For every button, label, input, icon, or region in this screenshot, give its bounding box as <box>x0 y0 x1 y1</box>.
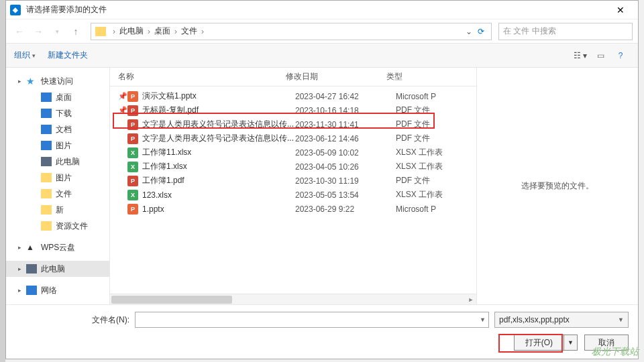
pdf-icon: P <box>127 176 138 186</box>
file-type: Microsoft P <box>396 204 476 214</box>
xls-icon: X <box>127 162 138 172</box>
forward-button[interactable]: → <box>30 23 46 40</box>
file-list: 名称 修改日期 类型 📌P演示文稿1.pptx2023-04-27 16:42M… <box>110 68 477 304</box>
col-type[interactable]: 类型 <box>386 71 467 82</box>
pin-icon: 📌 <box>118 92 127 101</box>
app-icon: ◆ <box>10 5 21 15</box>
file-type: XLSX 工作表 <box>396 189 476 200</box>
column-headers: 名称 修改日期 类型 <box>110 68 476 86</box>
crumb-desktop[interactable]: 桌面 <box>153 25 172 37</box>
sidebar-thispc-sub[interactable]: ▸此电脑 <box>6 154 109 170</box>
file-name: 演示文稿1.pptx <box>142 90 295 102</box>
folder-icon <box>95 27 106 36</box>
new-folder-button[interactable]: 新建文件夹 <box>48 50 88 61</box>
sidebar-network[interactable]: ▸网络 <box>6 282 109 298</box>
sidebar-wps[interactable]: ▸▲WPS云盘 <box>6 239 109 255</box>
sidebar-new[interactable]: ▸新 <box>6 202 109 218</box>
scroll-right-icon[interactable]: ► <box>466 294 476 305</box>
pdf-icon: P <box>127 105 138 116</box>
sidebar-pictures2[interactable]: ▸图片 <box>6 170 109 186</box>
sidebar-downloads[interactable]: ▸下载 <box>6 105 109 121</box>
file-name: 无标题-复制.pdf <box>142 105 295 116</box>
search-placeholder: 在 文件 中搜索 <box>503 25 556 37</box>
crumb-folder[interactable]: 文件 <box>180 25 199 37</box>
chevron-down-icon[interactable]: ▼ <box>618 316 624 323</box>
file-type: PDF 文件 <box>396 105 476 116</box>
sidebar-pictures[interactable]: ▸图片 <box>6 137 109 154</box>
scrollbar-horizontal[interactable]: ◄ ► <box>110 294 476 304</box>
breadcrumb[interactable]: › 此电脑 › 桌面 › 文件 › ⌄ ⟳ <box>91 23 492 40</box>
view-list-button[interactable]: ☷ ▾ <box>571 48 590 63</box>
file-type: XLSX 工作表 <box>396 161 476 172</box>
titlebar: ◆ 请选择需要添加的文件 ✕ <box>6 1 638 19</box>
watermark: 极光下载站 <box>592 346 639 358</box>
table-row[interactable]: X工作簿11.xlsx2023-05-09 10:02XLSX 工作表 <box>110 145 476 160</box>
preview-pane: 选择要预览的文件。 <box>477 68 638 304</box>
table-row[interactable]: X123.xlsx2023-05-05 13:54XLSX 工作表 <box>110 188 476 202</box>
sidebar-documents[interactable]: ▸文档 <box>6 121 109 137</box>
navbar: ← → ▾ ↑ › 此电脑 › 桌面 › 文件 › ⌄ ⟳ 在 文件 中搜索 <box>6 19 638 44</box>
help-button[interactable]: ? <box>611 48 630 63</box>
open-split-dropdown[interactable]: ▼ <box>564 335 577 350</box>
file-date: 2023-10-16 14:18 <box>295 106 396 115</box>
sidebar-desktop[interactable]: ▸桌面 <box>6 89 109 105</box>
refresh-button[interactable]: ⟳ <box>475 27 487 36</box>
file-date: 2023-11-30 11:41 <box>295 120 396 129</box>
file-name: 123.xlsx <box>142 190 295 200</box>
ppt-icon: P <box>127 204 138 215</box>
file-type: Microsoft P <box>396 92 476 101</box>
file-type: PDF 文件 <box>396 119 476 130</box>
col-name[interactable]: 名称 <box>118 71 286 82</box>
recent-dropdown[interactable]: ▾ <box>49 23 65 40</box>
ppt-icon: P <box>127 91 138 102</box>
sidebar-files[interactable]: ▸文件 <box>6 186 109 202</box>
table-row[interactable]: X工作簿1.xlsx2023-04-05 10:26XLSX 工作表 <box>110 160 476 174</box>
chevron-down-icon[interactable]: ▼ <box>480 316 486 323</box>
table-row[interactable]: P工作簿1.pdf2023-10-30 11:19PDF 文件 <box>110 174 476 188</box>
filename-input[interactable]: ▼ <box>135 312 489 328</box>
scroll-thumb[interactable] <box>111 296 232 304</box>
file-date: 2023-06-12 14:46 <box>295 134 396 143</box>
file-date: 2023-05-09 10:02 <box>295 148 396 158</box>
file-name: 工作簿1.xlsx <box>142 161 295 172</box>
xls-icon: X <box>127 147 138 158</box>
xls-icon: X <box>127 190 138 200</box>
organize-button[interactable]: 组织 <box>14 50 36 61</box>
toolbar: 组织 新建文件夹 ☷ ▾ ▭ ? <box>6 44 638 68</box>
open-button-label: 打开(O) <box>515 337 564 349</box>
file-name: 文字是人类用表义符号记录表达信息以传... <box>142 119 295 130</box>
table-row[interactable]: P文字是人类用表义符号记录表达信息以传...2023-11-30 11:41PD… <box>110 117 476 131</box>
close-button[interactable]: ✕ <box>607 1 634 19</box>
file-date: 2023-04-05 10:26 <box>295 162 396 172</box>
file-date: 2023-04-27 16:42 <box>295 92 396 101</box>
sidebar-resources[interactable]: ▸资源文件 <box>6 218 109 234</box>
open-button[interactable]: 打开(O) ▼ <box>514 335 578 351</box>
pin-icon: 📌 <box>118 106 127 115</box>
crumb-thispc[interactable]: 此电脑 <box>118 25 145 37</box>
sidebar: ▸★快速访问 ▸桌面 ▸下载 ▸文档 ▸图片 ▸此电脑 ▸图片 ▸文件 ▸新 ▸… <box>6 68 110 304</box>
pdf-icon: P <box>127 133 138 144</box>
file-dialog: ◆ 请选择需要添加的文件 ✕ ← → ▾ ↑ › 此电脑 › 桌面 › 文件 ›… <box>5 0 639 359</box>
col-date[interactable]: 修改日期 <box>286 71 386 82</box>
file-rows: 📌P演示文稿1.pptx2023-04-27 16:42Microsoft P📌… <box>110 86 476 294</box>
file-type: PDF 文件 <box>396 175 476 186</box>
sidebar-quick-access[interactable]: ▸★快速访问 <box>6 73 109 89</box>
footer: 文件名(N): ▼ pdf,xls,xlsx,ppt,pptx ▼ 打开(O) … <box>6 304 638 359</box>
file-type: PDF 文件 <box>396 133 476 144</box>
dialog-title: 请选择需要添加的文件 <box>26 4 607 15</box>
sidebar-thispc[interactable]: ▸此电脑 <box>6 261 109 277</box>
table-row[interactable]: 📌P无标题-复制.pdf2023-10-16 14:18PDF 文件 <box>110 103 476 117</box>
table-row[interactable]: P1.pptx2023-06-29 9:22Microsoft P <box>110 202 476 216</box>
search-input[interactable]: 在 文件 中搜索 <box>498 23 633 40</box>
file-date: 2023-10-30 11:19 <box>295 176 396 186</box>
filetype-filter[interactable]: pdf,xls,xlsx,ppt,pptx ▼ <box>494 312 629 328</box>
table-row[interactable]: 📌P演示文稿1.pptx2023-04-27 16:42Microsoft P <box>110 89 476 103</box>
preview-pane-button[interactable]: ▭ <box>591 48 610 63</box>
breadcrumb-dropdown[interactable]: ⌄ <box>463 27 475 36</box>
filename-label: 文件名(N): <box>15 314 129 326</box>
table-row[interactable]: P文字是人类用表义符号记录表达信息以传...2023-06-12 14:46PD… <box>110 131 476 145</box>
back-button[interactable]: ← <box>11 23 28 40</box>
file-type: XLSX 工作表 <box>396 147 476 158</box>
file-name: 工作簿1.pdf <box>142 175 295 186</box>
up-button[interactable]: ↑ <box>68 23 84 40</box>
